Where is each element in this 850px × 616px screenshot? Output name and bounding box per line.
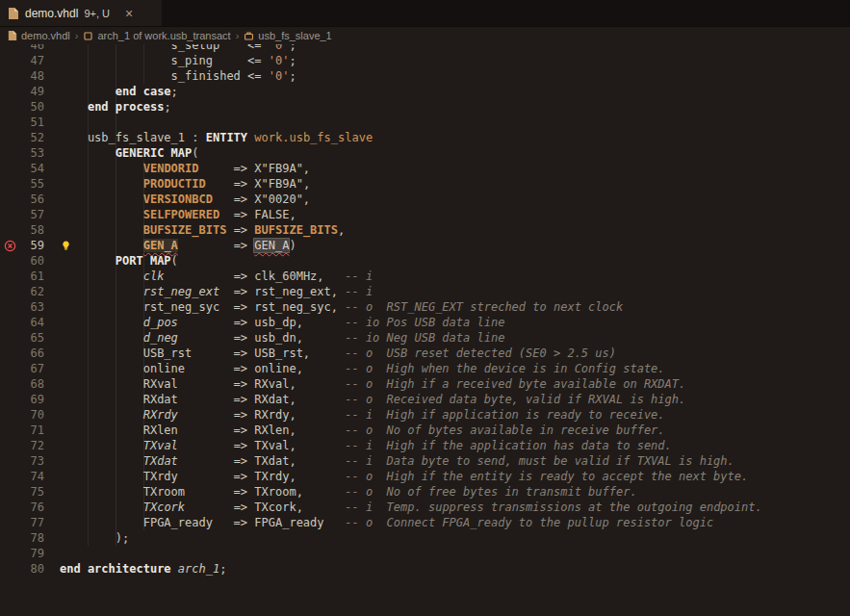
- line-number[interactable]: 54: [19, 161, 44, 176]
- code-line[interactable]: 73 TXdat => TXdat, -- i Data byte to sen…: [0, 453, 850, 469]
- code-line[interactable]: 78 );: [0, 530, 850, 546]
- code-line[interactable]: 70 RXrdy => RXrdy, -- i High if applicat…: [0, 407, 850, 423]
- glyph-margin: [0, 392, 19, 407]
- breadcrumb-item-file[interactable]: demo.vhdl: [8, 30, 70, 41]
- code-line[interactable]: 80end architecture arch_1;: [0, 561, 850, 577]
- line-number[interactable]: 79: [19, 546, 44, 561]
- code-token: TXdat: [143, 454, 178, 468]
- line-number[interactable]: 55: [19, 176, 44, 192]
- code-line[interactable]: 72 TXval => TXval, -- i High if the appl…: [0, 438, 850, 453]
- code-text: online => online, -- o High when the dev…: [44, 361, 665, 376]
- code-line[interactable]: 75 TXroom => TXroom, -- o No of free byt…: [0, 484, 850, 500]
- line-number[interactable]: 65: [19, 330, 44, 346]
- code-line[interactable]: 74 TXrdy => TXrdy, -- o High if the enti…: [0, 469, 850, 484]
- line-number[interactable]: 46: [19, 44, 44, 53]
- line-number[interactable]: 80: [19, 561, 44, 577]
- line-number[interactable]: 57: [19, 207, 44, 222]
- code-token: -- o RST_NEG_EXT streched to next clock: [345, 300, 623, 314]
- line-number[interactable]: 62: [19, 284, 44, 299]
- code-line[interactable]: 77 FPGA_ready => FPGA_ready -- o Connect…: [0, 515, 850, 530]
- code-line[interactable]: 60 PORT MAP(: [0, 253, 850, 269]
- line-number[interactable]: 59: [19, 238, 44, 253]
- glyph-margin: [0, 330, 19, 346]
- line-number[interactable]: 75: [19, 484, 44, 500]
- code-line[interactable]: 55 PRODUCTID => X"FB9A",: [0, 176, 850, 192]
- line-number[interactable]: 51: [19, 115, 44, 130]
- code-line[interactable]: 52 usb_fs_slave_1 : ENTITY work.usb_fs_s…: [0, 130, 850, 145]
- code-line[interactable]: 67 online => online, -- o High when the …: [0, 361, 850, 376]
- code-line[interactable]: 47 s_ping <= '0';: [0, 53, 850, 68]
- line-number[interactable]: 69: [19, 392, 44, 407]
- code-editor[interactable]: 46 s_setup <= '0';47 s_ping <= '0';48 s_…: [0, 44, 850, 616]
- code-token: ): [289, 239, 296, 252]
- line-number[interactable]: 52: [19, 130, 44, 145]
- line-number[interactable]: 70: [19, 407, 44, 423]
- code-line[interactable]: 66 USB_rst => USB_rst, -- o USB reset de…: [0, 346, 850, 361]
- line-number[interactable]: 48: [19, 68, 44, 84]
- code-line[interactable]: 48 s_finished <= '0';: [0, 68, 850, 84]
- code-text: );: [44, 530, 129, 546]
- code-line[interactable]: 76 TXcork => TXcork, -- i Temp. suppress…: [0, 500, 850, 515]
- line-number[interactable]: 56: [19, 192, 44, 207]
- line-number[interactable]: 63: [19, 299, 44, 315]
- code-line[interactable]: 46 s_setup <= '0';: [0, 44, 850, 53]
- line-number[interactable]: 76: [19, 500, 44, 515]
- line-number[interactable]: 61: [19, 269, 44, 284]
- code-line[interactable]: 71 RXlen => RXlen, -- o No of bytes avai…: [0, 423, 850, 438]
- breadcrumb-separator: ›: [74, 30, 80, 41]
- code-token: d_pos: [143, 316, 178, 329]
- code-line[interactable]: 49 end case;: [0, 84, 850, 99]
- breadcrumb-item-instance[interactable]: usb_fs_slave_1: [244, 30, 331, 41]
- code-token: ;: [219, 562, 226, 576]
- code-token: work.usb_fs_slave: [254, 131, 373, 144]
- highlighted-token: GEN_A: [143, 239, 178, 252]
- line-number[interactable]: 78: [19, 530, 44, 546]
- glyph-margin: [0, 500, 19, 515]
- code-line[interactable]: 53 GENERIC MAP(: [0, 145, 850, 161]
- code-line[interactable]: 58 BUFSIZE_BITS => BUFSIZE_BITS,: [0, 222, 850, 238]
- line-number[interactable]: 60: [19, 253, 44, 269]
- line-number[interactable]: 66: [19, 346, 44, 361]
- breadcrumb-item-architecture[interactable]: arch_1 of work.usb_transact: [83, 30, 230, 41]
- code-line[interactable]: 63 rst_neg_syc => rst_neg_syc, -- o RST_…: [0, 299, 850, 315]
- code-token: s_setup <=: [60, 44, 269, 52]
- glyph-margin: [0, 438, 19, 453]
- code-line[interactable]: 61 clk => clk_60MHz, -- i: [0, 269, 850, 284]
- code-line[interactable]: 65 d_neg => usb_dn, -- io Neg USB data l…: [0, 330, 850, 346]
- line-number[interactable]: 53: [19, 145, 44, 161]
- code-text: d_pos => usb_dp, -- io Pos USB data line: [44, 315, 504, 330]
- code-line[interactable]: 56 VERSIONBCD => X"0020",: [0, 192, 850, 207]
- code-line[interactable]: 62 rst_neg_ext => rst_neg_ext, -- i: [0, 284, 850, 299]
- code-line[interactable]: 50 end process;: [0, 99, 850, 115]
- line-number[interactable]: 64: [19, 315, 44, 330]
- code-token: FPGA_ready => FPGA_ready: [60, 516, 345, 529]
- line-number[interactable]: 49: [19, 84, 44, 99]
- code-token: [60, 331, 143, 345]
- line-number[interactable]: 67: [19, 361, 44, 376]
- code-line[interactable]: 68 RXval => RXval, -- o High if a receiv…: [0, 376, 850, 392]
- glyph-margin: [0, 176, 19, 192]
- code-line[interactable]: 64 d_pos => usb_dp, -- io Pos USB data l…: [0, 315, 850, 330]
- code-token: RXrdy: [143, 408, 178, 422]
- line-number[interactable]: 47: [19, 53, 44, 68]
- line-number[interactable]: 77: [19, 515, 44, 530]
- line-number[interactable]: 71: [19, 423, 44, 438]
- code-text: PORT MAP(: [44, 253, 178, 269]
- code-line[interactable]: 51: [0, 115, 850, 130]
- close-icon[interactable]: ×: [125, 7, 133, 20]
- code-line[interactable]: 59 GEN_A => GEN_A): [0, 238, 850, 253]
- code-token: => TXcork,: [185, 500, 345, 514]
- tab-demo-vhdl[interactable]: demo.vhdl 9+, U ×: [0, 0, 162, 26]
- line-number[interactable]: 50: [19, 99, 44, 115]
- line-number[interactable]: 58: [19, 222, 44, 238]
- code-line[interactable]: 54 VENDORID => X"FB9A",: [0, 161, 850, 176]
- line-number[interactable]: 73: [19, 453, 44, 469]
- line-number[interactable]: 74: [19, 469, 44, 484]
- code-token: end architecture: [60, 562, 171, 576]
- line-number[interactable]: 68: [19, 376, 44, 392]
- code-line[interactable]: 69 RXdat => RXdat, -- o Received data by…: [0, 392, 850, 407]
- glyph-margin: [0, 115, 19, 130]
- line-number[interactable]: 72: [19, 438, 44, 453]
- code-line[interactable]: 79: [0, 546, 850, 561]
- code-line[interactable]: 57 SELFPOWERED => FALSE,: [0, 207, 850, 222]
